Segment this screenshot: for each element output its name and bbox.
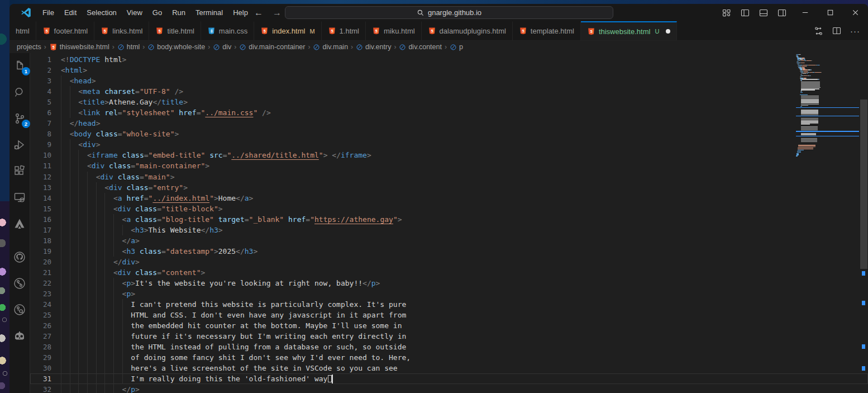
code-line-27[interactable]: 27 future if it's necessary but I'm writ…	[30, 331, 868, 342]
line-number[interactable]: 10	[30, 151, 61, 159]
code-line-13[interactable]: 13 <div class="entry">	[30, 182, 868, 193]
code-line-32[interactable]: 32 </p>	[30, 384, 868, 393]
toggle-primary-sidebar-button[interactable]	[738, 6, 752, 20]
code-line-1[interactable]: 1<!DOCTYPE html>	[30, 54, 868, 65]
line-number[interactable]: 32	[30, 385, 61, 393]
code-line-8[interactable]: 8 <body class="whole-site">	[30, 129, 868, 139]
line-number[interactable]: 3	[30, 77, 61, 85]
line-number[interactable]: 25	[30, 311, 61, 319]
extensions-icon[interactable]	[13, 164, 26, 178]
tab-thiswebsite-html[interactable]: 5thiswebsite.htmlU	[581, 21, 677, 40]
line-number[interactable]: 22	[30, 279, 61, 287]
line-number[interactable]: 4	[30, 87, 61, 96]
code-line-3[interactable]: 3 <head>	[30, 75, 868, 86]
line-number[interactable]: 1	[30, 55, 61, 64]
line-number[interactable]: 28	[30, 343, 61, 351]
code-line-25[interactable]: 25 HTML and CSS. I don't even have any j…	[30, 310, 868, 320]
line-number[interactable]: 6	[30, 108, 61, 117]
line-number[interactable]: 5	[30, 98, 61, 106]
explorer-icon[interactable]: 1	[13, 59, 26, 73]
line-number[interactable]: 30	[30, 364, 61, 372]
search-icon[interactable]	[13, 86, 26, 99]
code-line-19[interactable]: 19 <h3 class="datestamp">2025</h3>	[30, 246, 868, 257]
line-number[interactable]: 9	[30, 140, 61, 149]
code-line-17[interactable]: 17 <h3>This Website</h3>	[30, 225, 868, 235]
remote-explorer-icon[interactable]	[13, 191, 26, 204]
menu-item-edit[interactable]: Edit	[59, 7, 82, 18]
breadcrumb-item-div-main-container[interactable]: div.main-container	[239, 43, 305, 51]
breadcrumb-item-div-content[interactable]: div.content	[399, 43, 442, 51]
tab-footer-html[interactable]: 5footer.html	[36, 21, 95, 40]
line-number[interactable]: 24	[30, 300, 61, 309]
more-actions-button[interactable]: ···	[850, 26, 860, 36]
close-button[interactable]	[843, 4, 868, 21]
code-line-26[interactable]: 26 the embedded hit counter at the botto…	[30, 320, 868, 331]
line-number[interactable]: 7	[30, 119, 61, 127]
line-number[interactable]: 27	[30, 332, 61, 340]
menu-item-view[interactable]: View	[122, 7, 147, 18]
scrollbar[interactable]	[860, 53, 868, 393]
line-number[interactable]: 19	[30, 247, 61, 255]
maximize-button[interactable]	[818, 4, 843, 21]
line-number[interactable]: 14	[30, 194, 61, 202]
minimap[interactable]	[796, 54, 859, 157]
dirty-dot-icon[interactable]	[666, 29, 670, 34]
git-search-icon[interactable]	[13, 303, 26, 316]
line-number[interactable]: 31	[30, 375, 61, 383]
command-center-search[interactable]: gnargle.github.io	[285, 6, 613, 19]
scrollbar-thumb[interactable]	[860, 100, 867, 269]
code-line-23[interactable]: 23 <p>	[30, 288, 868, 299]
back-button[interactable]: ←	[254, 8, 263, 18]
a-extension-icon[interactable]	[13, 217, 26, 230]
breadcrumb-item-div[interactable]: div	[213, 43, 231, 51]
open-changes-button[interactable]	[814, 26, 823, 36]
tab-main-css[interactable]: 3main.css	[201, 21, 254, 40]
tab-miku-html[interactable]: 5miku.html	[366, 21, 422, 40]
code-line-18[interactable]: 18 </a>	[30, 235, 868, 246]
minimize-button[interactable]	[793, 4, 818, 21]
breadcrumb-item-html[interactable]: html	[117, 43, 140, 51]
line-number[interactable]: 12	[30, 173, 61, 181]
code-line-2[interactable]: 2<html>	[30, 65, 868, 75]
tab-dalamudplugins-html[interactable]: 5dalamudplugins.html	[422, 21, 513, 40]
code-line-12[interactable]: 12 <div class="main">	[30, 172, 868, 182]
tab-template-html[interactable]: 5template.html	[513, 21, 581, 40]
forward-button[interactable]: →	[273, 8, 282, 18]
code-line-15[interactable]: 15 <div class="title-block">	[30, 203, 868, 214]
line-number[interactable]: 26	[30, 321, 61, 330]
line-number[interactable]: 13	[30, 183, 61, 192]
run-debug-icon[interactable]	[13, 138, 26, 151]
code-line-6[interactable]: 6 <link rel="stylesheet" href="../main.c…	[30, 107, 868, 118]
line-number[interactable]: 21	[30, 268, 61, 277]
code-line-21[interactable]: 21 <div class="content">	[30, 267, 868, 278]
line-number[interactable]: 29	[30, 353, 61, 362]
menu-item-run[interactable]: Run	[167, 7, 190, 18]
code-line-28[interactable]: 28 the HTML instead of pulling from a da…	[30, 342, 868, 352]
customize-layout-button[interactable]	[720, 6, 733, 20]
tab-index-html[interactable]: 5index.htmlM	[254, 21, 321, 40]
code-line-30[interactable]: 30 here's a live screenshot of the site …	[30, 363, 868, 373]
code-line-20[interactable]: 20 </div>	[30, 257, 868, 267]
code-line-4[interactable]: 4 <meta charset="UTF-8" />	[30, 86, 868, 97]
source-control-icon[interactable]: 2	[13, 112, 26, 125]
line-number[interactable]: 2	[30, 66, 61, 74]
line-number[interactable]: 15	[30, 205, 61, 213]
breadcrumb-item-div-main[interactable]: div.main	[313, 43, 348, 51]
menu-item-file[interactable]: File	[37, 7, 59, 18]
code-line-24[interactable]: 24 I can't pretend this website is parti…	[30, 299, 868, 310]
split-editor-button[interactable]	[832, 26, 841, 35]
line-number[interactable]: 20	[30, 258, 61, 266]
menu-item-terminal[interactable]: Terminal	[190, 7, 228, 18]
line-number[interactable]: 23	[30, 290, 61, 298]
breadcrumb-item-body-whole-site[interactable]: body.whole-site	[147, 43, 205, 51]
code-line-9[interactable]: 9 <div>	[30, 139, 868, 150]
code-line-14[interactable]: 14 <a href="../index.html">Home</a>	[30, 193, 868, 203]
tab-links-html[interactable]: 5links.html	[94, 21, 149, 40]
code-line-7[interactable]: 7 </head>	[30, 118, 868, 129]
git-graph-icon[interactable]	[13, 277, 26, 290]
code-line-5[interactable]: 5 <title>Athene.Gay</title>	[30, 97, 868, 107]
line-number[interactable]: 11	[30, 162, 61, 170]
godot-tools-icon[interactable]	[13, 329, 26, 343]
line-number[interactable]: 16	[30, 215, 61, 224]
line-number[interactable]: 18	[30, 236, 61, 245]
